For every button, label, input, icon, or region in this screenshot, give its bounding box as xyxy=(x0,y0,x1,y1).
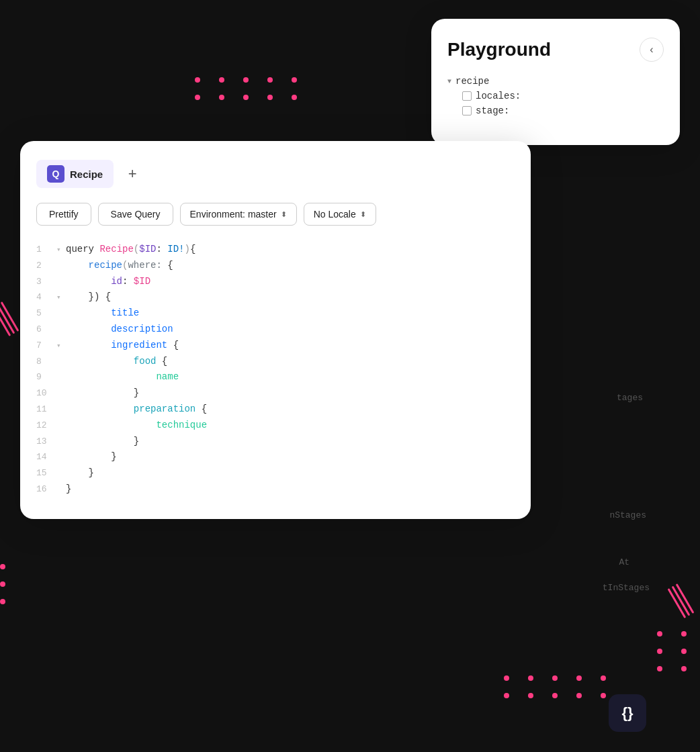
bottom-bar: {} xyxy=(609,694,646,732)
playground-close-button[interactable]: ‹ xyxy=(640,38,664,62)
curly-braces-icon: {} xyxy=(621,704,633,722)
code-line-5: 5 title xyxy=(36,306,515,322)
tab-label: Recipe xyxy=(70,169,103,180)
code-line-7: 7 ▾ ingredient { xyxy=(36,338,515,354)
toolbar: Prettify Save Query Environment: master … xyxy=(36,203,515,226)
stage-label: stage: xyxy=(476,105,509,116)
code-line-3: 3 id: $ID xyxy=(36,274,515,290)
tree-arrow-icon: ▼ xyxy=(447,78,451,85)
partial-text-at: At xyxy=(619,557,629,567)
partial-text-stages1: tages xyxy=(617,393,643,403)
locales-label: locales: xyxy=(476,91,521,101)
save-query-button[interactable]: Save Query xyxy=(98,203,173,226)
code-line-14: 14 } xyxy=(36,449,515,465)
stage-checkbox[interactable] xyxy=(462,106,472,115)
graphql-icon-button[interactable]: {} xyxy=(609,694,646,732)
add-tab-button[interactable]: + xyxy=(120,162,144,186)
tab-bar: Q Recipe + xyxy=(36,160,515,188)
code-line-2: 2 recipe(where: { xyxy=(36,258,515,274)
code-line-1: 1 ▾ query Recipe($ID: ID!){ xyxy=(36,242,515,258)
env-arrow-icon: ⬍ xyxy=(281,210,287,219)
partial-text-instages: tInStages xyxy=(603,583,650,593)
code-line-16: 16 } xyxy=(36,481,515,498)
code-line-10: 10 } xyxy=(36,385,515,402)
environment-select[interactable]: Environment: master ⬍ xyxy=(180,203,297,226)
prettify-button[interactable]: Prettify xyxy=(36,203,91,226)
code-line-13: 13 } xyxy=(36,434,515,450)
playground-tree: ▼ recipe locales: stage: xyxy=(447,74,664,118)
code-line-9: 9 name xyxy=(36,369,515,385)
plus-icon: + xyxy=(128,165,137,183)
chevron-left-icon: ‹ xyxy=(650,44,653,56)
code-editor[interactable]: 1 ▾ query Recipe($ID: ID!){ 2 recipe(whe… xyxy=(36,242,515,498)
editor-panel: Q Recipe + Prettify Save Query Environme… xyxy=(20,141,531,519)
code-line-15: 15 } xyxy=(36,465,515,481)
code-line-11: 11 preparation { xyxy=(36,402,515,418)
code-line-12: 12 technique xyxy=(36,418,515,434)
tree-root-label: recipe xyxy=(455,76,489,87)
tab-icon: Q xyxy=(47,165,64,183)
code-line-8: 8 food { xyxy=(36,354,515,370)
recipe-tab[interactable]: Q Recipe xyxy=(36,160,114,188)
locale-select[interactable]: No Locale ⬍ xyxy=(304,203,376,226)
partial-text-stages2: nStages xyxy=(609,510,646,520)
code-line-6: 6 description xyxy=(36,322,515,338)
locales-checkbox[interactable] xyxy=(462,91,472,101)
playground-panel: Playground ‹ ▼ recipe locales: stage: xyxy=(431,19,680,145)
locale-arrow-icon: ⬍ xyxy=(360,210,366,219)
code-line-4: 4 ▾ }) { xyxy=(36,289,515,306)
playground-title: Playground xyxy=(447,39,551,60)
